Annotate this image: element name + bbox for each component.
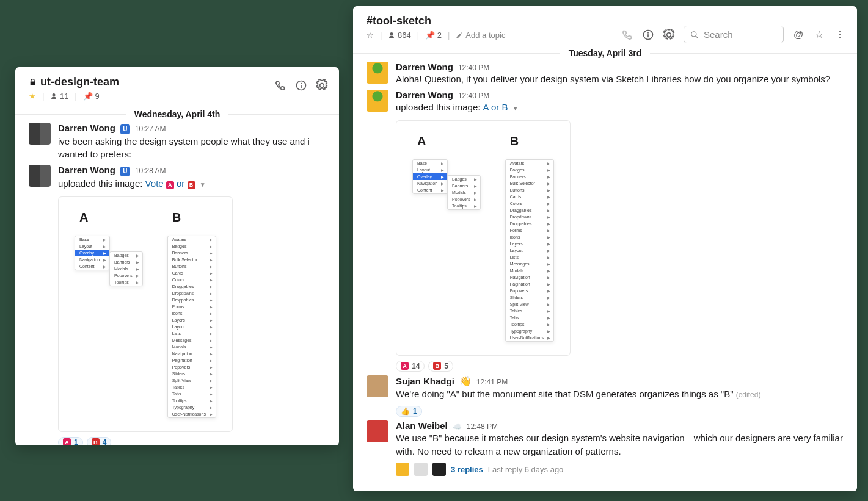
badge-icon: U <box>120 167 130 176</box>
cloud-icon: ☁️ <box>453 422 462 431</box>
reactions: A14 B5 <box>396 361 844 372</box>
reaction-a[interactable]: A1 <box>58 437 83 445</box>
menu-a-top: Base▶Layout▶Overlay▶Navigation▶Content▶ <box>412 159 448 194</box>
reaction-b[interactable]: B4 <box>87 437 112 445</box>
image-attachment[interactable]: A Base▶Layout▶Overlay▶Navigation▶Content… <box>396 120 571 356</box>
thread-last: Last reply 6 days ago <box>488 465 564 474</box>
pin-count[interactable]: 📌 2 <box>425 31 442 40</box>
star-outline-icon[interactable]: ☆ <box>813 29 825 41</box>
reaction-b[interactable]: B5 <box>428 361 453 372</box>
thread-avatar <box>414 463 428 476</box>
author-name[interactable]: Darren Wong <box>58 165 115 175</box>
avatar[interactable] <box>367 90 388 112</box>
author-name[interactable]: Alan Weibel <box>396 420 448 431</box>
channel-actions: Search @ ☆ ⋮ <box>621 26 846 43</box>
timestamp[interactable]: 10:28 AM <box>135 167 166 175</box>
author-name[interactable]: Darren Wong <box>396 62 453 72</box>
message: Alan Weibel ☁️ 12:48 PM We use "B" becau… <box>353 418 857 478</box>
slack-window-right: #tool-sketch ☆ | 864 | 📌 2 | Add a topic… <box>353 6 857 491</box>
star-icon[interactable]: ★ <box>29 92 36 101</box>
message: Darren Wong U 10:27 AM ive been asking t… <box>15 120 339 162</box>
svg-line-7 <box>696 35 698 38</box>
lock-icon <box>29 78 37 86</box>
message-body: Aloha! Question, if you deliver your des… <box>396 73 844 86</box>
thread-summary[interactable]: 3 replies Last reply 6 days ago <box>396 463 844 476</box>
pin-count[interactable]: 📌 9 <box>83 92 100 101</box>
message: Darren Wong 12:40 PM Aloha! Question, if… <box>353 59 857 87</box>
gear-icon[interactable] <box>663 29 675 41</box>
star-outline-icon[interactable]: ☆ <box>367 31 374 40</box>
author-name[interactable]: Sujan Khadgi <box>396 376 454 386</box>
date-divider: Tuesday, April 3rd <box>353 48 857 58</box>
menu-b: Avatars▶Badges▶Banners▶Bulk Selector▶But… <box>167 236 216 418</box>
info-icon[interactable] <box>295 79 307 92</box>
chevron-down-icon[interactable]: ▼ <box>200 181 206 188</box>
search-input[interactable]: Search <box>684 26 784 43</box>
message-body: uploaded this image: Vote A or B ▼ <box>58 177 326 190</box>
mentions-icon[interactable]: @ <box>792 29 804 41</box>
wave-icon: 👋 <box>459 375 472 387</box>
avatar[interactable] <box>367 62 388 84</box>
timestamp[interactable]: 12:41 PM <box>476 378 508 386</box>
menu-a-sub: Badges▶Banners▶Modals▶Popovers▶Tooltips▶ <box>447 175 481 210</box>
info-icon[interactable] <box>642 29 654 41</box>
menu-a-sub: Badges▶Banners▶Modals▶Popovers▶Tooltips▶ <box>109 251 143 286</box>
thread-replies[interactable]: 3 replies <box>451 465 483 474</box>
svg-point-6 <box>691 31 696 36</box>
message: Darren Wong 12:40 PM uploaded this image… <box>353 87 857 373</box>
channel-header: ut-design-team ★ | 11 | 📌 9 <box>15 67 339 104</box>
svg-rect-2 <box>301 85 302 88</box>
phone-icon[interactable] <box>621 29 633 41</box>
menu-b: Avatars▶Badges▶Banners▶Bulk Selector▶But… <box>505 159 554 342</box>
chevron-down-icon[interactable]: ▼ <box>512 105 519 112</box>
channel-actions <box>274 79 328 92</box>
author-name[interactable]: Darren Wong <box>396 90 453 100</box>
channel-name: ut-design-team <box>40 76 119 88</box>
add-topic[interactable]: Add a topic <box>456 31 505 40</box>
timestamp[interactable]: 10:27 AM <box>135 124 166 133</box>
search-icon <box>690 31 699 39</box>
gear-icon[interactable] <box>316 79 328 92</box>
timestamp[interactable]: 12:48 PM <box>467 422 498 431</box>
channel-name: #tool-sketch <box>367 15 431 27</box>
date-divider: Wednesday, April 4th <box>15 109 339 119</box>
reaction-a[interactable]: A14 <box>396 361 425 372</box>
message-body: ive been asking the design system people… <box>58 135 326 162</box>
message-body: uploaded this image: A or B ▼ <box>396 101 844 114</box>
phone-icon[interactable] <box>274 79 286 92</box>
timestamp[interactable]: 12:40 PM <box>458 63 489 72</box>
more-icon[interactable]: ⋮ <box>834 29 846 41</box>
slack-window-left: ut-design-team ★ | 11 | 📌 9 Wednesday, A… <box>15 67 339 445</box>
badge-icon: U <box>120 124 130 134</box>
message: Darren Wong U 10:28 AM uploaded this ima… <box>15 162 339 445</box>
member-count[interactable]: 11 <box>50 92 68 101</box>
message: Sujan Khadgi 👋 12:41 PM We're doing "A" … <box>353 373 857 418</box>
channel-meta: ★ | 11 | 📌 9 <box>29 92 326 101</box>
message-body: We use "B" because it matches our design… <box>396 431 844 458</box>
menu-a-top: Base▶Layout▶Overlay▶Navigation▶Content▶ <box>75 236 110 270</box>
image-attachment[interactable]: A Base▶Layout▶Overlay▶Navigation▶Content… <box>58 196 233 432</box>
author-name[interactable]: Darren Wong <box>58 123 115 133</box>
channel-header: #tool-sketch ☆ | 864 | 📌 2 | Add a topic… <box>353 6 857 43</box>
svg-rect-5 <box>647 34 649 37</box>
thread-avatar <box>432 463 446 476</box>
file-link[interactable]: Vote A or B <box>145 178 195 189</box>
reactions: A1 B4 <box>58 437 326 445</box>
thread-avatar <box>396 463 409 476</box>
avatar[interactable] <box>367 420 388 442</box>
reactions: 👍 1 <box>396 406 844 417</box>
file-link[interactable]: A or B <box>483 102 508 112</box>
avatar[interactable] <box>29 123 51 145</box>
timestamp[interactable]: 12:40 PM <box>458 92 489 100</box>
avatar[interactable] <box>367 375 388 397</box>
reaction-thumbsup[interactable]: 👍 1 <box>396 406 422 417</box>
member-count[interactable]: 864 <box>388 31 410 40</box>
svg-point-4 <box>647 32 649 33</box>
avatar[interactable] <box>29 165 51 187</box>
message-body: We're doing "A" but the monument site th… <box>396 387 844 401</box>
svg-point-1 <box>301 83 302 84</box>
